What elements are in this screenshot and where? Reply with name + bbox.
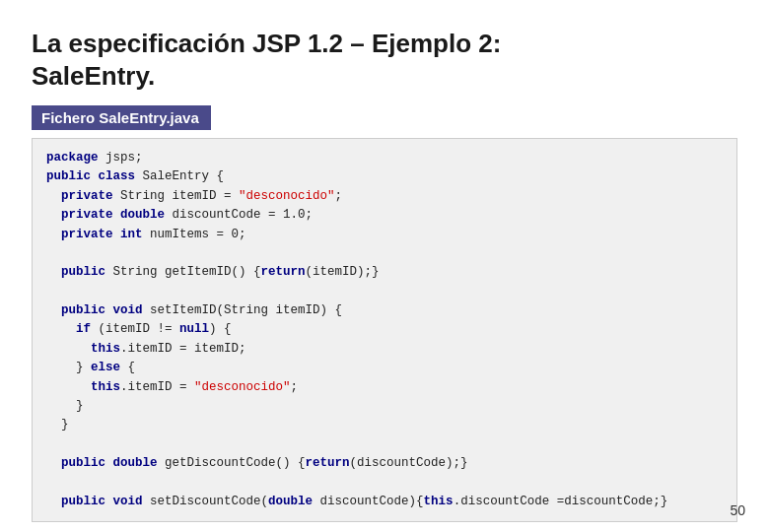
page-number: 50 — [730, 502, 745, 518]
title-line1: La especificación JSP 1.2 – Ejemplo 2: — [32, 29, 501, 58]
title-line2: SaleEntry. — [32, 61, 155, 91]
file-label: Fichero SaleEntry.java — [32, 105, 211, 130]
slide-title: La especificación JSP 1.2 – Ejemplo 2: S… — [32, 28, 737, 92]
code-block: package jsps; public class SaleEntry { p… — [32, 138, 737, 522]
slide-container: La especificación JSP 1.2 – Ejemplo 2: S… — [0, 0, 769, 532]
